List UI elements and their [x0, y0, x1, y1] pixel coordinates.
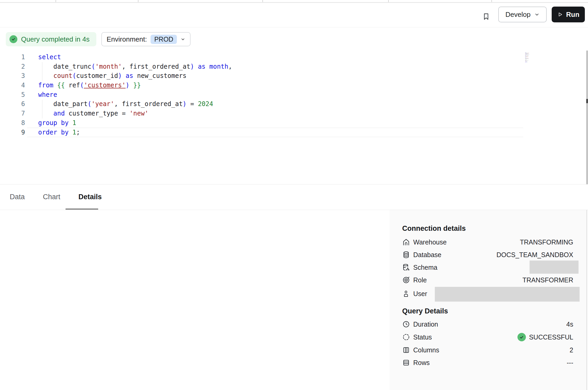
- tab-divider: [138, 0, 138, 2]
- detail-label: Rows: [413, 359, 430, 367]
- detail-row-columns: Columns2: [402, 346, 573, 354]
- code-line: count(customer_id) as new_customers: [38, 71, 232, 81]
- line-number: 5: [0, 90, 25, 100]
- success-check-icon: [517, 333, 526, 341]
- tab-details[interactable]: Details: [78, 193, 102, 201]
- editor-code: select date_trunc('month', first_ordered…: [38, 53, 232, 137]
- code-line: and customer_type = 'new': [38, 109, 232, 118]
- detail-label: Role: [413, 276, 427, 284]
- line-number: 4: [0, 81, 25, 90]
- schema-icon: [402, 263, 410, 271]
- detail-row-rows: Rows---: [402, 358, 573, 367]
- editor-minimap[interactable]: select date_trunc('month', first_ordered…: [525, 52, 554, 64]
- tab-divider: [491, 0, 492, 2]
- details-pane: Title Monthly New Customers in 2024 Desc…: [0, 210, 390, 390]
- detail-label: Schema: [413, 264, 437, 271]
- connection-details-heading: Connection details: [402, 224, 466, 233]
- environment-value-chip: PROD: [151, 35, 177, 44]
- warehouse-icon: [402, 238, 410, 246]
- detail-label: Duration: [413, 321, 438, 328]
- code-line: select: [38, 53, 232, 62]
- detail-label: Status: [413, 333, 432, 341]
- detail-value: 2: [570, 346, 573, 354]
- line-number: 2: [0, 62, 25, 72]
- detail-value: DOCS_TEAM_SANDBOX: [496, 251, 573, 259]
- develop-label: Develop: [505, 11, 530, 19]
- tab-data[interactable]: Data: [10, 193, 25, 201]
- play-icon: [557, 12, 563, 17]
- tab-divider: [56, 0, 56, 2]
- detail-row-warehouse: WarehouseTRANSFORMING: [402, 238, 573, 247]
- top-tab-strip: [0, 0, 588, 3]
- editor-line-numbers: 123456789: [0, 53, 25, 137]
- detail-label: Database: [413, 251, 441, 259]
- bookmark-icon[interactable]: [482, 13, 490, 22]
- code-line: where: [38, 90, 232, 100]
- line-number: 1: [0, 53, 25, 62]
- tab-divider: [388, 0, 389, 2]
- status-icon: [402, 333, 410, 341]
- panel-right-border: [586, 210, 587, 390]
- schema-redacted-value: [530, 261, 579, 274]
- chevron-down-icon: [181, 37, 185, 42]
- line-number: 3: [0, 71, 25, 81]
- tab-divider: [262, 0, 263, 2]
- detail-value: TRANSFORMING: [520, 238, 573, 246]
- detail-row-role: RoleTRANSFORMER: [402, 276, 573, 284]
- detail-row-duration: Duration4s: [402, 320, 573, 329]
- line-number: 8: [0, 118, 25, 128]
- detail-label: User: [413, 290, 427, 298]
- sql-editor[interactable]: 123456789 select date_trunc('month', fir…: [0, 50, 588, 184]
- query-details-heading: Query Details: [402, 307, 448, 316]
- run-label: Run: [566, 11, 580, 19]
- detail-label: Warehouse: [413, 238, 447, 246]
- detail-row-status: StatusSUCCESSFUL: [402, 333, 573, 342]
- tab-chart[interactable]: Chart: [43, 193, 60, 201]
- code-line: date_part('year', first_ordered_at) = 20…: [38, 99, 232, 109]
- environment-label: Environment:: [107, 35, 147, 43]
- scrollbar-thumb[interactable]: [586, 99, 588, 103]
- run-button[interactable]: Run: [552, 7, 585, 22]
- code-line: from {{ ref('customers') }}: [38, 81, 232, 90]
- columns-icon: [402, 346, 410, 354]
- query-status-pill: Query completed in 4s: [6, 32, 96, 46]
- role-icon: [402, 276, 410, 284]
- detail-value: SUCCESSFUL: [517, 333, 573, 341]
- duration-icon: [402, 320, 410, 328]
- detail-row-database: DatabaseDOCS_TEAM_SANDBOX: [402, 250, 573, 259]
- rows-icon: [402, 359, 410, 367]
- line-number: 6: [0, 99, 25, 109]
- toolbar: Develop Run: [0, 3, 588, 27]
- check-circle-icon: [9, 35, 17, 43]
- code-line: date_trunc('month', first_ordered_at) as…: [38, 62, 232, 72]
- chevron-down-icon: [534, 12, 540, 17]
- editor-scrollbar[interactable]: [586, 51, 588, 184]
- code-line: order by 1;: [38, 128, 232, 137]
- detail-label: Columns: [413, 346, 439, 354]
- detail-value: ---: [567, 359, 573, 367]
- line-number: 7: [0, 109, 25, 118]
- code-line: order by 1;: [525, 62, 529, 62]
- user-redacted-value: [435, 287, 580, 302]
- environment-select[interactable]: Environment: PROD: [101, 32, 191, 46]
- app-window: Develop Run Query completed in 4s Enviro…: [0, 0, 588, 390]
- detail-value: 4s: [566, 321, 573, 328]
- results-tabbar: DataChartDetails: [10, 184, 102, 210]
- code-line: group by 1: [38, 118, 232, 128]
- line-number: 9: [0, 128, 25, 137]
- user-icon: [402, 290, 410, 298]
- query-status-text: Query completed in 4s: [21, 35, 89, 43]
- develop-dropdown-button[interactable]: Develop: [498, 7, 547, 22]
- database-icon: [402, 251, 410, 259]
- detail-value: TRANSFORMER: [522, 276, 573, 284]
